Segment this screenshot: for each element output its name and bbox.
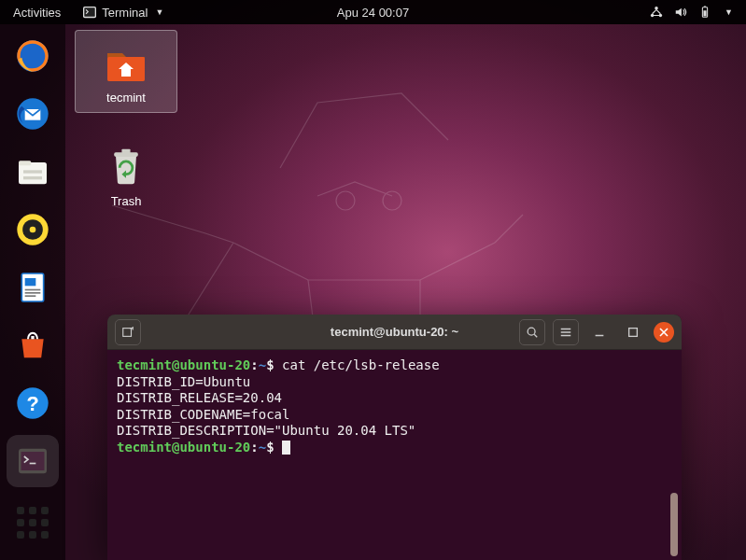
svg-rect-34: [123, 328, 132, 336]
dock-item-thunderbird[interactable]: [10, 91, 55, 136]
volume-icon: [674, 6, 687, 19]
svg-point-1: [383, 191, 401, 210]
close-button[interactable]: [654, 322, 674, 343]
document-icon: [14, 269, 51, 306]
trash-icon: [104, 144, 148, 189]
cursor: [282, 441, 290, 455]
svg-point-37: [528, 328, 535, 335]
rhythmbox-icon: [14, 211, 51, 248]
svg-rect-8: [704, 6, 706, 7]
svg-rect-9: [704, 10, 707, 16]
network-icon: [650, 6, 663, 19]
terminal-window: tecmint@ubuntu-20: ~ tecmint@ubuntu-20:~…: [107, 315, 682, 560]
prompt-path: ~: [259, 440, 266, 455]
svg-rect-28: [19, 449, 47, 474]
chevron-down-icon: ▼: [725, 7, 733, 17]
dock-item-files[interactable]: [10, 149, 55, 194]
maximize-icon: [626, 326, 640, 339]
terminal-line: tecmint@ubuntu-20:~$ cat /etc/lsb-releas…: [117, 357, 672, 374]
top-panel: Activities Terminal ▼ Apu 24 00:07 ▼: [0, 0, 746, 24]
hamburger-menu-button[interactable]: [553, 319, 579, 345]
window-title: tecmint@ubuntu-20: ~: [331, 325, 458, 339]
svg-rect-29: [21, 452, 45, 470]
svg-rect-22: [25, 289, 41, 291]
terminal-line: DISTRIB_DESCRIPTION="Ubuntu 20.04 LTS": [117, 423, 672, 440]
prompt-user-host: tecmint@ubuntu-20: [117, 440, 250, 455]
svg-point-18: [30, 227, 36, 233]
svg-point-0: [336, 191, 355, 210]
dock-item-software[interactable]: [10, 323, 55, 368]
terminal-body[interactable]: tecmint@ubuntu-20:~$ cat /etc/lsb-releas…: [107, 350, 682, 560]
search-icon: [526, 326, 539, 339]
app-menu-button[interactable]: Terminal ▼: [74, 6, 173, 20]
shopping-bag-icon: [14, 327, 51, 364]
files-icon: [14, 153, 51, 190]
desktop-icon-trash[interactable]: Trash: [75, 134, 177, 216]
svg-rect-3: [85, 7, 95, 17]
dock-item-terminal[interactable]: [10, 439, 55, 483]
svg-rect-15: [23, 176, 42, 179]
desktop-icon-label: tecmint: [106, 91, 146, 105]
svg-rect-14: [23, 170, 42, 173]
terminal-icon: [14, 442, 51, 480]
svg-point-4: [651, 14, 655, 18]
clock[interactable]: Apu 24 00:07: [337, 6, 409, 20]
command-text: cat /etc/lsb-release: [282, 357, 440, 372]
svg-rect-33: [121, 149, 130, 154]
show-applications-button[interactable]: [10, 500, 55, 545]
app-menu-label: Terminal: [102, 6, 148, 20]
terminal-line: DISTRIB_CODENAME=focal: [117, 407, 672, 424]
minimize-button[interactable]: [586, 319, 612, 345]
desktop-icon-home[interactable]: tecmint: [75, 30, 177, 113]
svg-line-38: [534, 334, 537, 337]
terminal-line: tecmint@ubuntu-20:~$: [117, 440, 672, 456]
svg-rect-43: [629, 328, 638, 336]
svg-text:?: ?: [26, 392, 38, 415]
dock-item-firefox[interactable]: [10, 34, 55, 78]
svg-rect-23: [25, 292, 41, 294]
dock-item-rhythmbox[interactable]: [10, 207, 55, 252]
window-titlebar[interactable]: tecmint@ubuntu-20: ~: [107, 315, 682, 350]
chevron-down-icon: ▼: [155, 7, 163, 17]
search-button[interactable]: [519, 319, 545, 345]
svg-rect-21: [25, 278, 36, 286]
hamburger-icon: [559, 326, 572, 339]
system-status-area[interactable]: ▼: [650, 6, 746, 19]
svg-rect-25: [31, 336, 34, 339]
svg-point-6: [655, 7, 658, 10]
maximize-button[interactable]: [620, 319, 646, 345]
folder-home-icon: [104, 40, 148, 85]
activities-button[interactable]: Activities: [0, 6, 74, 20]
desktop-icon-label: Trash: [111, 194, 142, 208]
dock-item-writer[interactable]: [10, 265, 55, 310]
dock: ?: [0, 24, 65, 560]
thunderbird-icon: [14, 95, 51, 133]
close-icon: [659, 328, 669, 337]
minimize-icon: [593, 326, 606, 339]
dock-item-help[interactable]: ?: [10, 381, 55, 426]
prompt-sep: :: [250, 357, 258, 372]
svg-rect-24: [25, 295, 36, 297]
prompt-sep: :: [250, 440, 258, 455]
svg-point-5: [659, 14, 663, 18]
prompt-sigil: $: [266, 357, 274, 372]
new-tab-button[interactable]: [115, 319, 141, 345]
scrollbar-thumb[interactable]: [670, 493, 678, 556]
prompt-path: ~: [259, 357, 266, 372]
firefox-icon: [14, 37, 51, 75]
terminal-icon: [83, 6, 96, 19]
help-icon: ?: [14, 385, 51, 422]
battery-icon: [698, 6, 711, 19]
terminal-line: DISTRIB_ID=Ubuntu: [117, 374, 672, 391]
terminal-line: DISTRIB_RELEASE=20.04: [117, 390, 672, 407]
new-tab-icon: [121, 326, 134, 339]
svg-rect-13: [19, 161, 31, 165]
svg-rect-19: [21, 273, 43, 301]
prompt-sigil: $: [266, 440, 274, 455]
prompt-user-host: tecmint@ubuntu-20: [117, 357, 250, 372]
